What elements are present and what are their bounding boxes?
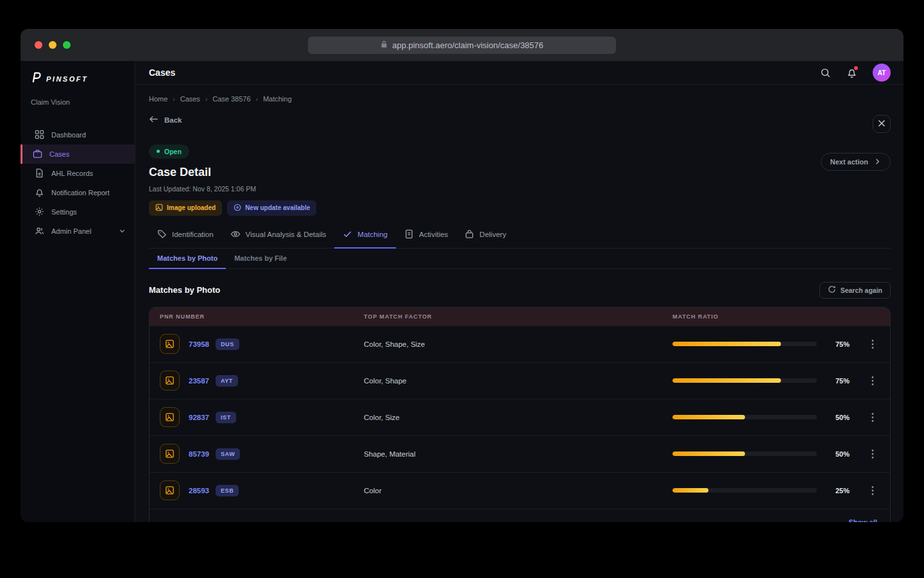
- column-header-pnr: PNR Number: [160, 313, 364, 320]
- back-label: Back: [164, 116, 182, 124]
- clock-icon: [234, 204, 241, 213]
- match-ratio-bar: [672, 378, 817, 383]
- notification-badge: [854, 66, 858, 70]
- breadcrumb-cases[interactable]: Cases: [180, 95, 200, 103]
- row-menu-icon[interactable]: [868, 339, 878, 349]
- table-row[interactable]: 73958 DUS Color, Shape, Size 75%: [150, 326, 890, 362]
- window-controls: [35, 29, 71, 61]
- breadcrumb-separator: ›: [205, 96, 207, 103]
- sidebar-item-label: Admin Panel: [51, 227, 91, 235]
- document-icon: [35, 168, 44, 179]
- match-ratio-value: 75%: [817, 340, 850, 348]
- back-button[interactable]: Back: [149, 115, 182, 125]
- match-factor: Color, Shape, Size: [364, 340, 672, 348]
- photo-thumbnail-icon[interactable]: [160, 407, 180, 427]
- search-again-button[interactable]: Search again: [819, 282, 891, 299]
- table-row[interactable]: 92837 IST Color, Size 50%: [150, 399, 890, 435]
- airport-badge: SAW: [216, 448, 240, 460]
- match-factor: Color, Size: [364, 414, 672, 421]
- page-title: Case Detail: [149, 166, 316, 179]
- pinsoft-logo-icon: [31, 72, 42, 85]
- url-bar[interactable]: app.pinsoft.aero/claim-vision/case/38576: [308, 37, 616, 54]
- close-window-button[interactable]: [35, 41, 42, 49]
- app-name: Claim Vision: [21, 98, 135, 106]
- photo-thumbnail-icon[interactable]: [160, 480, 180, 500]
- table-row[interactable]: 28593 ESB Color 25%: [150, 472, 890, 509]
- breadcrumb-case[interactable]: Case 38576: [212, 95, 250, 103]
- case-detail-content: Home› Cases› Case 38576› Matching Back: [135, 85, 903, 522]
- sidebar-item-dashboard[interactable]: Dashboard: [21, 125, 135, 144]
- breadcrumb-matching[interactable]: Matching: [263, 95, 292, 103]
- image-icon: [155, 204, 163, 213]
- sidebar-item-label: Dashboard: [51, 131, 86, 139]
- row-menu-icon[interactable]: [868, 412, 878, 423]
- sidebar-item-ahl-records[interactable]: AHL Records: [21, 164, 135, 183]
- sidebar-nav: Dashboard Cases AHL Records Notification…: [21, 125, 135, 241]
- breadcrumb-home[interactable]: Home: [149, 95, 167, 103]
- tab-visual-analysis[interactable]: Visual Analysis & Details: [222, 229, 335, 249]
- status-dot: [157, 150, 160, 153]
- sidebar: PINSOFT Claim Vision Dashboard Cases AHL…: [21, 61, 135, 522]
- airport-badge: AYT: [216, 375, 238, 387]
- chevron-right-icon: [874, 158, 881, 166]
- tab-label: Identification: [172, 231, 214, 238]
- minimize-window-button[interactable]: [49, 41, 56, 49]
- column-header-factor: Top Match Factor: [364, 313, 672, 320]
- tab-label: Delivery: [479, 231, 506, 238]
- zoom-window-button[interactable]: [63, 41, 71, 49]
- tab-label: Visual Analysis & Details: [246, 231, 327, 238]
- section-title: Matches by Photo: [149, 285, 220, 295]
- row-menu-icon[interactable]: [868, 376, 878, 386]
- photo-thumbnail-icon[interactable]: [160, 444, 180, 464]
- avatar[interactable]: AT: [873, 64, 891, 82]
- users-icon: [35, 226, 44, 237]
- next-action-label: Next action: [830, 158, 868, 166]
- row-menu-icon[interactable]: [868, 486, 878, 496]
- bell-icon: [35, 188, 44, 198]
- close-icon: [878, 119, 886, 129]
- match-ratio-value: 50%: [817, 414, 850, 421]
- show-all-link[interactable]: Show all: [848, 518, 877, 523]
- pnr-number[interactable]: 28593: [189, 487, 209, 495]
- pnr-number[interactable]: 92837: [189, 414, 209, 421]
- notifications-bell-icon[interactable]: [846, 67, 857, 78]
- case-header: Open Case Detail Last Updated: Nov 8, 20…: [149, 144, 316, 216]
- sidebar-item-settings[interactable]: Settings: [21, 202, 135, 222]
- match-ratio-value: 75%: [817, 377, 850, 385]
- sidebar-item-admin-panel[interactable]: Admin Panel: [21, 222, 135, 241]
- pnr-number[interactable]: 23587: [189, 377, 209, 385]
- tab-delivery[interactable]: Delivery: [456, 229, 515, 249]
- match-factor: Color, Shape: [364, 377, 672, 385]
- pnr-number[interactable]: 73958: [189, 340, 209, 348]
- airport-badge: DUS: [216, 338, 239, 350]
- pnr-number[interactable]: 85739: [189, 450, 209, 458]
- table-footer: Show all: [150, 509, 890, 523]
- table-row[interactable]: 85739 SAW Shape, Material 50%: [150, 435, 890, 472]
- tab-identification[interactable]: Identification: [149, 229, 222, 249]
- match-ratio-bar: [672, 415, 817, 419]
- next-action-button[interactable]: Next action: [821, 153, 891, 171]
- table-row[interactable]: 23587 AYT Color, Shape 75%: [150, 362, 890, 399]
- subtab-bar: Matches by Photo Matches by File: [149, 249, 891, 269]
- briefcase-icon: [33, 149, 42, 160]
- airport-badge: ESB: [216, 485, 239, 496]
- search-icon[interactable]: [820, 67, 831, 78]
- subtab-matches-by-photo[interactable]: Matches by Photo: [149, 249, 226, 269]
- tab-matching[interactable]: Matching: [334, 229, 396, 249]
- close-button[interactable]: [873, 115, 891, 133]
- tab-activities[interactable]: Activities: [396, 229, 456, 249]
- lock-icon: [381, 40, 388, 50]
- photo-thumbnail-icon[interactable]: [160, 334, 180, 354]
- row-menu-icon[interactable]: [868, 449, 878, 459]
- tab-bar: Identification Visual Analysis & Details…: [149, 229, 891, 249]
- sidebar-item-notification-report[interactable]: Notification Report: [21, 183, 135, 202]
- sidebar-item-label: Cases: [49, 150, 69, 158]
- match-ratio-bar: [672, 451, 817, 456]
- gear-icon: [35, 207, 44, 218]
- last-updated: Last Updated: Nov 8, 2025 1:06 PM: [149, 185, 316, 193]
- new-update-badge: New update available: [227, 200, 316, 216]
- check-icon: [343, 229, 352, 240]
- sidebar-item-cases[interactable]: Cases: [21, 144, 135, 164]
- subtab-matches-by-file[interactable]: Matches by File: [226, 249, 295, 269]
- photo-thumbnail-icon[interactable]: [160, 371, 180, 390]
